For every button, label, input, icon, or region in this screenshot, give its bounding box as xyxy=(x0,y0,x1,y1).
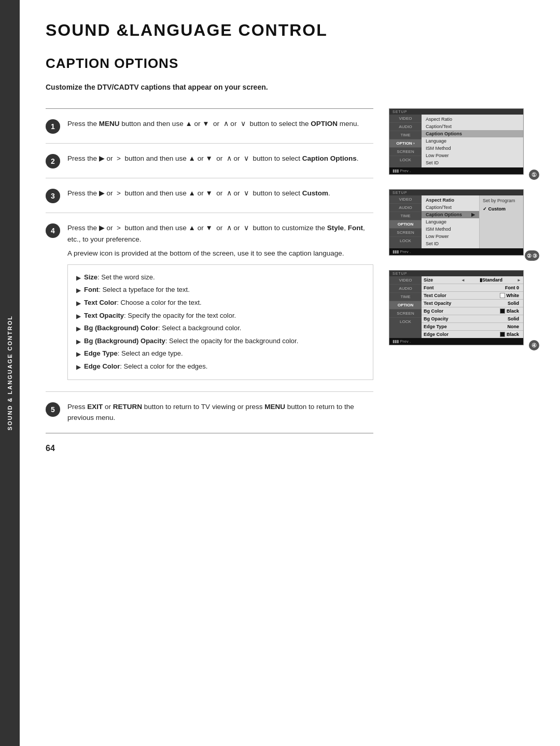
menu2-setup-label: SETUP xyxy=(389,190,523,195)
menu3-arrow-right: ► xyxy=(517,278,521,283)
menu-screenshot-2: SETUP VIDEO AUDIO TIME OPTION SCREEN LOC… xyxy=(389,189,534,256)
menu1-badge: ① xyxy=(529,170,539,180)
menu3-setup-label: SETUP xyxy=(389,271,523,276)
step-4-content: Press the ▶ or > button and then use ▲ o… xyxy=(67,222,373,382)
bullet-arrow-5: ▶ xyxy=(76,323,81,335)
menu2-ism: ISM Method xyxy=(422,226,479,233)
menu2-video: VIDEO xyxy=(389,195,422,204)
bullet-arrow-8: ▶ xyxy=(76,362,81,373)
bullet-text-color-text: Text Color: Choose a color for the text. xyxy=(84,297,202,308)
menu2-captext: Caption/Text xyxy=(422,204,479,211)
menu3-value-textcolor: White xyxy=(461,293,521,298)
menu3-row-bgcolor: Bg Color Black xyxy=(422,307,523,315)
menu2-screen: SCREEN xyxy=(389,229,422,237)
menu3-footer: ▮▮▮ Prev . xyxy=(389,338,523,345)
menu2-badge: ② ③ xyxy=(525,250,539,261)
menu3-color-black-edge xyxy=(500,332,505,337)
bullet-arrow-3: ▶ xyxy=(76,298,81,309)
menu3-edgecolor-label: Black xyxy=(507,332,519,337)
bullet-edge-type: ▶ Edge Type: Select an edge type. xyxy=(76,347,365,360)
menu3-color-white xyxy=(500,293,505,298)
bullet-bg-opacity-text: Bg (Background) Opacity: Select the opac… xyxy=(84,335,298,347)
menu3-row-font: Font Font 0 xyxy=(422,284,523,292)
menu2-footer: ▮▮▮ Prev . xyxy=(389,248,523,255)
menu3-row-edgetype: Edge Type None xyxy=(422,323,523,331)
step-2-content: Press the ▶ or > button and then use ▲ o… xyxy=(67,153,373,164)
bullet-arrow-1: ▶ xyxy=(76,273,81,284)
menu3-label-font: Font xyxy=(424,285,461,290)
section-title: Caption Options xyxy=(46,55,534,72)
menu1-item-setid: Set ID xyxy=(422,159,523,166)
menu2-setid: Set ID xyxy=(422,240,479,247)
step-3-content: Press the ▶ or > button and then use ▲ o… xyxy=(67,188,373,199)
menu3-audio: AUDIO xyxy=(389,285,422,293)
menu1-video: VIDEO xyxy=(389,115,422,123)
content-area: 1 Press the MENU button and then use ▲ o… xyxy=(46,108,534,453)
bullet-bg-opacity: ▶ Bg (Background) Opacity: Select the op… xyxy=(76,335,365,348)
menu-screenshot-1: SETUP VIDEO AUDIO TIME OPTION › SCREEN L… xyxy=(389,108,534,175)
intro-text: Customize the DTV/CADTV captions that ap… xyxy=(46,82,295,93)
menu1-audio: AUDIO xyxy=(389,123,422,131)
menu2-capoptions-arrow: ▶ xyxy=(471,212,475,217)
bullet-arrow-7: ▶ xyxy=(76,349,81,360)
menu1-item-captionoptions: Caption Options xyxy=(422,130,523,137)
menu1-setup-label: SETUP xyxy=(389,109,523,115)
step-2: 2 Press the ▶ or > button and then use ▲… xyxy=(46,143,373,178)
bullet-arrow-2: ▶ xyxy=(76,285,81,297)
step-1: 1 Press the MENU button and then use ▲ o… xyxy=(46,108,373,143)
bullet-bg-color: ▶ Bg (Background) Color: Select a backgr… xyxy=(76,322,365,335)
menu1-footer: ▮▮▮ Prev . xyxy=(389,167,523,174)
step-5: 5 Press EXIT or RETURN button to return … xyxy=(46,391,373,433)
menu3-time: TIME xyxy=(389,293,422,301)
menu2-lock: LOCK xyxy=(389,237,422,245)
step-5-number: 5 xyxy=(46,402,60,417)
menu3-row-size: Size ◄ ▮Standard ► xyxy=(422,276,523,284)
menu1-screen: SCREEN xyxy=(389,148,422,156)
menu3-screen: SCREEN xyxy=(389,309,422,318)
menu3-body: VIDEO AUDIO TIME OPTION SCREEN LOCK Size xyxy=(389,276,523,338)
bullet-size-text: Size: Set the word size. xyxy=(84,271,155,283)
menu1-time: TIME xyxy=(389,131,422,139)
menu2-left-nav: VIDEO AUDIO TIME OPTION SCREEN LOCK xyxy=(389,195,422,248)
menu3-row-textopacity: Text Opacity Solid xyxy=(422,300,523,307)
page-number: 64 xyxy=(46,444,373,453)
page-title: Sound &Language Control xyxy=(46,21,534,40)
menu1-right-menu: Aspect Ratio Caption/Text Caption Option… xyxy=(422,115,523,167)
menu3-label-textopacity: Text Opacity xyxy=(424,301,461,306)
menu2-capoptions-label: Caption Options xyxy=(426,212,462,217)
bullet-text-opacity: ▶ Text Opacity: Specify the opacity for … xyxy=(76,309,365,322)
menu2-capoptions: Caption Options ▶ xyxy=(422,211,479,218)
menu3-value-textopacity: Solid xyxy=(461,301,521,306)
menu3-badge: ④ xyxy=(529,340,539,350)
menu1-item-ism: ISM Method xyxy=(422,145,523,152)
menu3-label-bgopacity: Bg Opacity xyxy=(424,316,461,321)
bullet-arrow-4: ▶ xyxy=(76,311,81,322)
step-4-number: 4 xyxy=(46,223,60,238)
menu3-option: OPTION xyxy=(389,301,422,309)
step-4: 4 Press the ▶ or > button and then use ▲… xyxy=(46,213,373,391)
menu3-label-textcolor: Text Color xyxy=(424,293,461,298)
menu3-label-edgetype: Edge Type xyxy=(424,324,461,329)
menu3-bgcolor-label: Black xyxy=(507,308,519,314)
menu2-custom: ✓ Custom xyxy=(480,205,523,213)
bullet-text-opacity-text: Text Opacity: Specify the opacity for th… xyxy=(84,309,236,321)
menu1-item-lowpower: Low Power xyxy=(422,152,523,159)
bullet-size: ▶ Size: Set the word size. xyxy=(76,271,365,284)
menu3-label-bgcolor: Bg Color xyxy=(424,308,461,314)
menu2-lowpower: Low Power xyxy=(422,233,479,240)
menu1-left-nav: VIDEO AUDIO TIME OPTION › SCREEN LOCK xyxy=(389,115,422,167)
menu1-item-aspect: Aspect Ratio xyxy=(422,116,523,123)
menu-screenshot-3: SETUP VIDEO AUDIO TIME OPTION SCREEN LOC… xyxy=(389,270,534,345)
menu3-value-size: ◄ ▮Standard ► xyxy=(461,277,521,283)
menu1-item-language: Language xyxy=(422,137,523,145)
menu2-language: Language xyxy=(422,218,479,226)
menu1-item-caption: Caption/Text xyxy=(422,123,523,130)
sidebar-label: Sound & Language Control xyxy=(7,315,13,430)
right-column: SETUP VIDEO AUDIO TIME OPTION › SCREEN L… xyxy=(389,108,534,453)
bullet-font: ▶ Font: Select a typeface for the text. xyxy=(76,284,365,297)
menu3-video: VIDEO xyxy=(389,276,422,285)
menu3-value-bgopacity: Solid xyxy=(461,316,521,321)
menu3-table: Size ◄ ▮Standard ► Font Font 0 xyxy=(422,276,523,338)
bullet-list: ▶ Size: Set the word size. ▶ Font: Selec… xyxy=(67,264,373,380)
menu2-setbyprogram: Set by Program xyxy=(480,196,523,205)
